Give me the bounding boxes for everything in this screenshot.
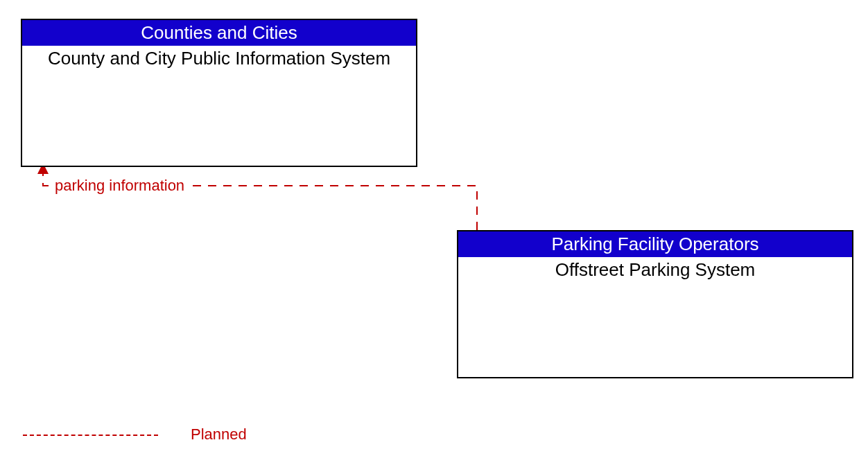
legend-line-planned [23,435,158,436]
box-parking-operators-body: Offstreet Parking System [458,257,852,283]
flow-label-parking-information: parking information [52,177,187,195]
box-county-city-header: Counties and Cities [22,20,416,46]
box-county-city-body: County and City Public Information Syste… [22,46,416,72]
box-county-city: Counties and Cities County and City Publ… [21,19,417,167]
box-parking-operators: Parking Facility Operators Offstreet Par… [457,230,853,378]
box-parking-operators-header: Parking Facility Operators [458,231,852,257]
legend-text-planned: Planned [191,426,247,444]
